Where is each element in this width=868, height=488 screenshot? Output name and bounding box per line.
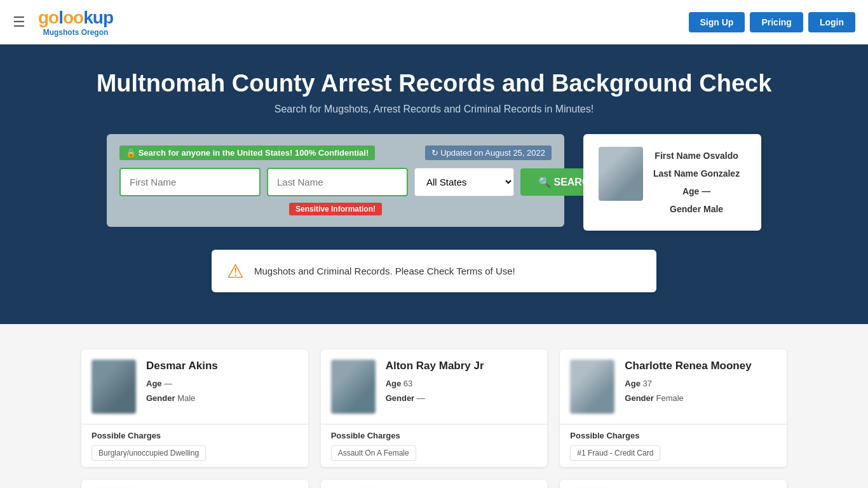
person-info: Desmar Akins Age — Gender Male bbox=[146, 360, 218, 406]
search-info-bar: Search for anyone in the United States! … bbox=[119, 146, 552, 160]
signup-button[interactable]: Sign Up bbox=[689, 12, 745, 32]
state-select[interactable]: All StatesAlabamaAlaskaArizonaArkansasCa… bbox=[414, 168, 514, 196]
profile-first-name: First Name Osvaldo bbox=[653, 147, 740, 165]
person-name: Alton Ray Mabry Jr bbox=[386, 360, 484, 372]
person-age: Age 63 bbox=[386, 376, 484, 391]
person-avatar bbox=[570, 360, 614, 414]
profile-avatar bbox=[599, 147, 643, 201]
person-name: Desmar Akins bbox=[146, 360, 218, 372]
charges-label: Possible Charges bbox=[331, 431, 538, 440]
profile-last-name: Last Name Gonzalez bbox=[653, 165, 740, 182]
sensitive-badge: Sensitive Information! bbox=[289, 203, 382, 215]
profile-age: Age — bbox=[653, 182, 740, 200]
search-container: Search for anyone in the United States! … bbox=[85, 134, 783, 231]
hamburger-menu-icon[interactable]: ☰ bbox=[13, 14, 25, 30]
person-avatar bbox=[331, 360, 376, 414]
hero-subtitle: Search for Mugshots, Arrest Records and … bbox=[13, 104, 855, 115]
person-age: Age — bbox=[146, 376, 218, 391]
logo-subtitle: Mugshots Oregon bbox=[43, 28, 109, 37]
person-card-charges: Possible Charges #1 Fraud - Credit Card bbox=[560, 424, 787, 467]
search-fields: All StatesAlabamaAlaskaArizonaArkansasCa… bbox=[119, 168, 552, 196]
pricing-button[interactable]: Pricing bbox=[750, 12, 803, 32]
person-gender: Gender — bbox=[386, 391, 484, 405]
login-button[interactable]: Login bbox=[808, 12, 855, 32]
confidential-badge: Search for anyone in the United States! … bbox=[119, 146, 375, 160]
person-card-charges: Possible Charges Burglary/unoccupied Dwe… bbox=[81, 424, 308, 467]
person-info: Alton Ray Mabry Jr Age 63 Gender — bbox=[386, 360, 484, 406]
search-box: Search for anyone in the United States! … bbox=[107, 134, 564, 227]
person-name: Charlotte Renea Mooney bbox=[625, 360, 751, 372]
profile-info: First Name Osvaldo Last Name Gonzalez Ag… bbox=[653, 147, 740, 218]
profile-card-inner: First Name Osvaldo Last Name Gonzalez Ag… bbox=[599, 147, 746, 218]
cards-grid: Desmar Akins Age — Gender Male Possible … bbox=[81, 349, 787, 488]
person-gender: Gender Male bbox=[146, 391, 218, 405]
warning-bar: ⚠ Mugshots and Criminal Records. Please … bbox=[212, 250, 656, 292]
warning-icon: ⚠ bbox=[227, 260, 244, 282]
profile-gender: Gender Male bbox=[653, 200, 740, 218]
person-gender: Gender Female bbox=[625, 391, 751, 405]
person-card[interactable]: Alton Ray Mabry Jr Age 63 Gender — Possi… bbox=[321, 349, 548, 467]
person-card[interactable]: George A Morris Age — Gender Male Possib… bbox=[321, 480, 548, 488]
charge-tag: Assault On A Female bbox=[331, 445, 416, 461]
header-left: ☰ golookup Mugshots Oregon bbox=[13, 8, 113, 37]
person-card[interactable]: Robert Globensky Age — Gender Male Possi… bbox=[81, 480, 308, 488]
charges-label: Possible Charges bbox=[570, 431, 776, 440]
charges-label: Possible Charges bbox=[92, 431, 298, 440]
logo-text: golookup bbox=[38, 8, 113, 28]
updated-badge: ↻ Updated on August 25, 2022 bbox=[425, 146, 552, 160]
person-card-top: Julie Ray Rojas Age — Gender Female bbox=[560, 480, 787, 488]
page-title: Multnomah County Arrest Records and Back… bbox=[13, 70, 855, 97]
person-card-charges: Possible Charges Assault On A Female bbox=[321, 424, 548, 467]
cards-section: Desmar Akins Age — Gender Male Possible … bbox=[69, 349, 799, 488]
person-card[interactable]: Desmar Akins Age — Gender Male Possible … bbox=[81, 349, 308, 467]
person-card[interactable]: Charlotte Renea Mooney Age 37 Gender Fem… bbox=[560, 349, 787, 467]
person-card-top: Desmar Akins Age — Gender Male bbox=[81, 349, 308, 424]
logo[interactable]: golookup Mugshots Oregon bbox=[38, 8, 113, 37]
last-name-input[interactable] bbox=[267, 168, 408, 196]
person-card[interactable]: Julie Ray Rojas Age — Gender Female Poss… bbox=[560, 480, 787, 488]
header-nav-buttons: Sign Up Pricing Login bbox=[689, 12, 855, 32]
header: ☰ golookup Mugshots Oregon Sign Up Prici… bbox=[0, 0, 868, 44]
person-info: Charlotte Renea Mooney Age 37 Gender Fem… bbox=[625, 360, 751, 406]
charge-tag: Burglary/unoccupied Dwelling bbox=[92, 445, 206, 461]
charge-tag: #1 Fraud - Credit Card bbox=[570, 445, 660, 461]
first-name-input[interactable] bbox=[119, 168, 261, 196]
person-age: Age 37 bbox=[625, 376, 751, 391]
profile-card: First Name Osvaldo Last Name Gonzalez Ag… bbox=[583, 134, 761, 231]
person-card-top: George A Morris Age — Gender Male bbox=[321, 480, 548, 488]
warning-text: Mugshots and Criminal Records. Please Ch… bbox=[254, 266, 515, 276]
person-card-top: Charlotte Renea Mooney Age 37 Gender Fem… bbox=[560, 349, 787, 424]
person-card-top: Robert Globensky Age — Gender Male bbox=[81, 480, 308, 488]
hero-section: Multnomah County Arrest Records and Back… bbox=[0, 44, 868, 324]
person-card-top: Alton Ray Mabry Jr Age 63 Gender — bbox=[321, 349, 548, 424]
person-avatar bbox=[92, 360, 136, 414]
